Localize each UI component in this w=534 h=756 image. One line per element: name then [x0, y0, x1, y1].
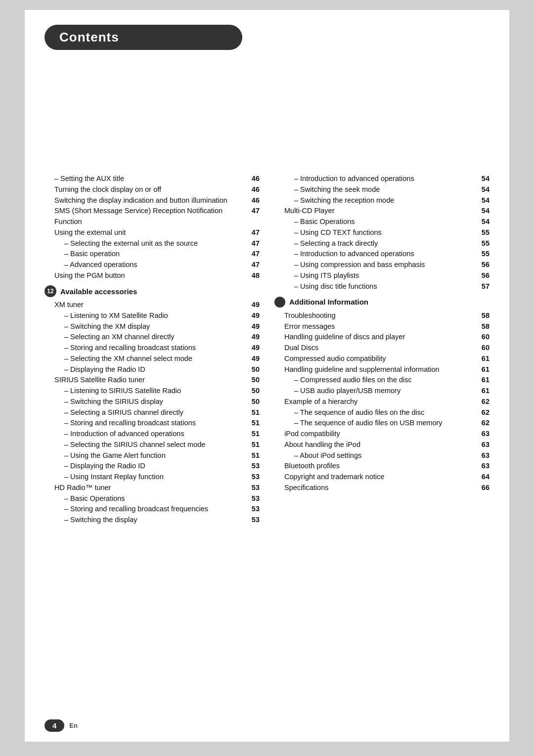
list-item: Turning the clock display on or off 46 [54, 184, 260, 195]
list-item: – Basic Operations 53 [64, 493, 260, 504]
additional-info-items: Troubleshooting 58 Error messages 58 Han… [274, 311, 490, 375]
list-item: – Selecting the XM channel select mode 4… [64, 354, 260, 364]
hierarchy-section: Example of a hierarchy 62 [274, 397, 490, 407]
supplemental-sub: – Compressed audio files on the disc 61 … [274, 375, 490, 397]
list-item: – Switching the display 53 [64, 515, 260, 526]
ipod-sub: – About iPod settings 63 [274, 450, 490, 461]
sirius-sub: – Listening to SIRIUS Satellite Radio 50… [44, 386, 260, 483]
sirius-tuner-section: SIRIUS Satellite Radio tuner 50 [44, 375, 260, 386]
list-item: Handling guideline of discs and player 6… [284, 332, 490, 343]
hierarchy-sub: – The sequence of audio files on the dis… [274, 407, 490, 429]
hd-sub: – Basic Operations 53 – Storing and reca… [44, 493, 260, 526]
list-item: – Compressed audio files on the disc 61 [294, 375, 490, 386]
list-item: Using the PGM button 48 [54, 270, 260, 281]
list-item: – Introduction to advanced operations 54 [294, 174, 490, 184]
list-item: – Using compression and bass emphasis 56 [294, 260, 490, 270]
section-number: 12 [44, 285, 56, 297]
list-item: – USB audio player/USB memory 61 [294, 386, 490, 397]
hd-continued: – Introduction to advanced operations 54… [274, 174, 490, 206]
list-item: iPod compatibility 63 [284, 429, 490, 440]
list-item: Multi-CD Player 54 [284, 206, 490, 217]
list-item: – Using the Game Alert function 51 [64, 450, 260, 461]
list-item: About handling the iPod 63 [284, 440, 490, 450]
list-item: Switching the display indication and but… [54, 195, 260, 206]
list-item: HD Radio™ tuner 53 [54, 483, 260, 493]
xm-sub: – Listening to XM Satellite Radio 49 – S… [44, 311, 260, 375]
xm-tuner-section: XM tuner 49 [44, 300, 260, 311]
left-column: – Setting the AUX title 46 Turning the c… [44, 174, 260, 526]
additional-info-header: Additional Information [274, 296, 490, 309]
page-number: 4 [44, 719, 64, 732]
right-column: – Introduction to advanced operations 54… [274, 174, 490, 526]
external-unit-sub: – Selecting the external unit as the sou… [44, 238, 260, 270]
list-item: – Basic Operations 54 [294, 217, 490, 227]
list-item: – Switching the XM display 49 [64, 321, 260, 332]
list-item: – Switching the SIRIUS display 50 [64, 397, 260, 407]
page-footer: 4 En [25, 719, 509, 732]
list-item: – Basic operation 47 [64, 249, 260, 260]
list-item: XM tuner 49 [54, 300, 260, 311]
list-item: Bluetooth profiles 63 [284, 461, 490, 472]
content-area: – Setting the AUX title 46 Turning the c… [44, 174, 490, 526]
list-item: – About iPod settings 63 [294, 450, 490, 461]
list-item: – Selecting a SIRIUS channel directly 51 [64, 407, 260, 418]
list-item: Using the external unit 47 [54, 227, 260, 238]
list-item: – The sequence of audio files on USB mem… [294, 418, 490, 429]
list-item: – Selecting an XM channel directly 49 [64, 332, 260, 343]
list-item: – Storing and recalling broadcast freque… [64, 504, 260, 515]
list-item: Error messages 58 [284, 321, 490, 332]
intro-items: – Setting the AUX title 46 Turning the c… [44, 174, 260, 238]
list-item: – Using CD TEXT functions 55 [294, 227, 490, 238]
page: Contents – Setting the AUX title 46 Turn… [25, 10, 509, 742]
section-12-header: 12 Available accessories [44, 285, 260, 298]
title-bar: Contents [44, 25, 242, 50]
list-item: Troubleshooting 58 [284, 311, 490, 321]
final-items: Bluetooth profiles 63 Copyright and trad… [274, 461, 490, 493]
list-item: – Selecting the external unit as the sou… [64, 238, 260, 249]
list-item: – Displaying the Radio ID 50 [64, 364, 260, 375]
list-item: – Storing and recalling broadcast statio… [64, 343, 260, 354]
additional-info-bullet [274, 297, 285, 308]
multicd-sub: – Basic Operations 54 – Using CD TEXT fu… [274, 217, 490, 292]
list-item: – Listening to SIRIUS Satellite Radio 50 [64, 386, 260, 397]
additional-info-title: Additional Information [289, 296, 368, 309]
list-item: Specifications 66 [284, 483, 490, 493]
list-item: – Selecting the SIRIUS channel select mo… [64, 440, 260, 450]
list-item: SIRIUS Satellite Radio tuner 50 [54, 375, 260, 386]
multicd-section: Multi-CD Player 54 [274, 206, 490, 217]
list-item: – Selecting a track directly 55 [294, 238, 490, 249]
list-item: – Switching the seek mode 54 [294, 184, 490, 195]
list-item: – Storing and recalling broadcast statio… [64, 418, 260, 429]
pgm-button: Using the PGM button 48 [44, 270, 260, 281]
language-label: En [69, 722, 78, 729]
list-item: – Setting the AUX title 46 [54, 174, 260, 184]
section-12-title: Available accessories [60, 285, 137, 298]
list-item: – Using disc title functions 57 [294, 281, 490, 292]
hd-radio-section: HD Radio™ tuner 53 [44, 483, 260, 493]
list-item: Example of a hierarchy 62 [284, 397, 490, 407]
list-item: Copyright and trademark notice 64 [284, 472, 490, 483]
list-item: SMS (Short Message Service) Reception No… [54, 206, 260, 227]
list-item: – The sequence of audio files on the dis… [294, 407, 490, 418]
list-item: – Introduction to advanced operations 55 [294, 249, 490, 260]
list-item: Handling guideline and supplemental info… [284, 364, 490, 375]
list-item: Dual Discs 60 [284, 343, 490, 354]
list-item: – Switching the reception mode 54 [294, 195, 490, 206]
page-title: Contents [59, 30, 227, 45]
list-item: Compressed audio compatibility 61 [284, 354, 490, 364]
list-item: – Using ITS playlists 56 [294, 270, 490, 281]
list-item: – Using Instant Replay function 53 [64, 472, 260, 483]
list-item: – Introduction of advanced operations 51 [64, 429, 260, 440]
list-item: – Advanced operations 47 [64, 260, 260, 270]
list-item: – Listening to XM Satellite Radio 49 [64, 311, 260, 321]
ipod-section: iPod compatibility 63 About handling the… [274, 429, 490, 450]
list-item: – Displaying the Radio ID 53 [64, 461, 260, 472]
